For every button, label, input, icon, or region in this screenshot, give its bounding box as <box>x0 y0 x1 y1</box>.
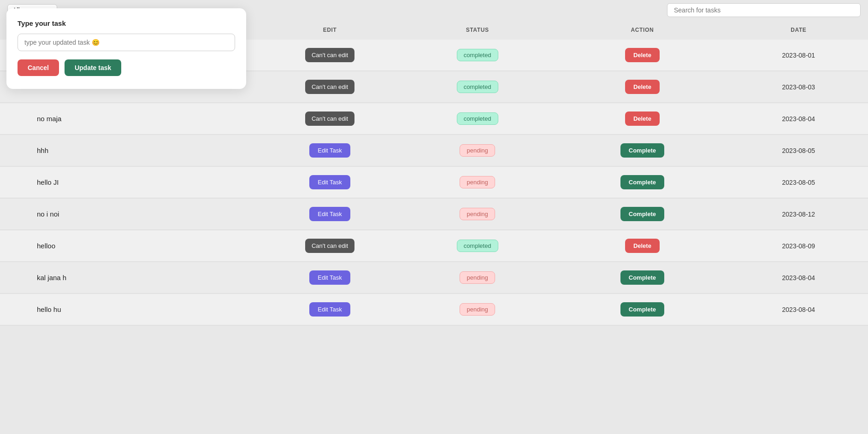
status-cell: pending <box>399 166 555 198</box>
date-cell: 2023-08-04 <box>729 262 868 293</box>
edit-cell: Can't can edit <box>260 103 399 135</box>
status-badge: completed <box>457 81 498 93</box>
delete-button[interactable]: Delete <box>625 239 660 253</box>
date-cell: 2023-08-03 <box>729 71 868 103</box>
status-badge: pending <box>460 144 495 157</box>
table-row: no majaCan't can editcompletedDelete2023… <box>0 103 868 135</box>
status-cell: completed <box>399 40 555 71</box>
status-cell: completed <box>399 230 555 262</box>
date-cell: 2023-08-12 <box>729 198 868 230</box>
table-row: hello JIEdit TaskpendingComplete2023-08-… <box>0 166 868 198</box>
cant-edit-button: Can't can edit <box>305 239 354 253</box>
edit-cell: Edit Task <box>260 198 399 230</box>
edit-task-button[interactable]: Edit Task <box>309 270 350 285</box>
col-header-status: STATUS <box>399 20 555 40</box>
table-row: hhhEdit TaskpendingComplete2023-08-05 <box>0 135 868 166</box>
action-cell: Delete <box>555 230 729 262</box>
status-cell: completed <box>399 103 555 135</box>
action-cell: Complete <box>555 262 729 293</box>
task-name-cell: helloo <box>0 230 260 262</box>
status-badge: completed <box>457 240 498 252</box>
delete-button[interactable]: Delete <box>625 111 660 126</box>
action-cell: Complete <box>555 293 729 325</box>
col-header-action: ACTION <box>555 20 729 40</box>
task-name-cell: hello hu <box>0 293 260 325</box>
status-badge: pending <box>460 271 495 284</box>
cant-edit-button: Can't can edit <box>305 111 354 126</box>
status-cell: completed <box>399 71 555 103</box>
complete-button[interactable]: Complete <box>620 270 664 285</box>
edit-cell: Can't can edit <box>260 40 399 71</box>
edit-task-button[interactable]: Edit Task <box>309 302 350 317</box>
update-task-input[interactable] <box>18 34 235 51</box>
date-cell: 2023-08-04 <box>729 103 868 135</box>
table-row: no i noiEdit TaskpendingComplete2023-08-… <box>0 198 868 230</box>
date-cell: 2023-08-05 <box>729 166 868 198</box>
cant-edit-button: Can't can edit <box>305 48 354 62</box>
edit-cell: Edit Task <box>260 262 399 293</box>
edit-task-button[interactable]: Edit Task <box>309 143 350 158</box>
cant-edit-button: Can't can edit <box>305 80 354 94</box>
col-header-edit: EDIT <box>260 20 399 40</box>
search-wrapper <box>667 3 861 17</box>
complete-button[interactable]: Complete <box>620 207 664 221</box>
edit-cell: Edit Task <box>260 166 399 198</box>
status-cell: pending <box>399 135 555 166</box>
edit-cell: Can't can edit <box>260 71 399 103</box>
complete-button[interactable]: Complete <box>620 302 664 317</box>
status-badge: completed <box>457 112 498 125</box>
task-name-cell: hhh <box>0 135 260 166</box>
table-row: hellooCan't can editcompletedDelete2023-… <box>0 230 868 262</box>
edit-cell: Edit Task <box>260 293 399 325</box>
action-cell: Complete <box>555 198 729 230</box>
action-cell: Delete <box>555 40 729 71</box>
edit-cell: Edit Task <box>260 135 399 166</box>
search-input[interactable] <box>667 3 861 17</box>
date-cell: 2023-08-05 <box>729 135 868 166</box>
status-badge: completed <box>457 49 498 61</box>
action-cell: Delete <box>555 103 729 135</box>
task-name-cell: no maja <box>0 103 260 135</box>
cancel-button[interactable]: Cancel <box>18 59 59 76</box>
task-name-cell: hello JI <box>0 166 260 198</box>
action-cell: Complete <box>555 166 729 198</box>
edit-cell: Can't can edit <box>260 230 399 262</box>
date-cell: 2023-08-01 <box>729 40 868 71</box>
edit-task-button[interactable]: Edit Task <box>309 175 350 189</box>
task-name-cell: kal jana h <box>0 262 260 293</box>
complete-button[interactable]: Complete <box>620 175 664 189</box>
status-cell: pending <box>399 293 555 325</box>
date-cell: 2023-08-04 <box>729 293 868 325</box>
edit-task-modal: Type your task Cancel Update task <box>6 8 246 89</box>
update-task-button[interactable]: Update task <box>65 59 121 76</box>
table-row: kal jana hEdit TaskpendingComplete2023-0… <box>0 262 868 293</box>
modal-actions: Cancel Update task <box>18 59 235 76</box>
status-cell: pending <box>399 262 555 293</box>
edit-task-button[interactable]: Edit Task <box>309 207 350 221</box>
delete-button[interactable]: Delete <box>625 80 660 94</box>
table-row: hello huEdit TaskpendingComplete2023-08-… <box>0 293 868 325</box>
modal-title: Type your task <box>18 19 235 27</box>
task-name-cell: no i noi <box>0 198 260 230</box>
status-cell: pending <box>399 198 555 230</box>
col-header-date: DATE <box>729 20 868 40</box>
status-badge: pending <box>460 208 495 220</box>
action-cell: Complete <box>555 135 729 166</box>
date-cell: 2023-08-09 <box>729 230 868 262</box>
delete-button[interactable]: Delete <box>625 48 660 62</box>
status-badge: pending <box>460 303 495 316</box>
action-cell: Delete <box>555 71 729 103</box>
complete-button[interactable]: Complete <box>620 143 664 158</box>
status-badge: pending <box>460 176 495 188</box>
